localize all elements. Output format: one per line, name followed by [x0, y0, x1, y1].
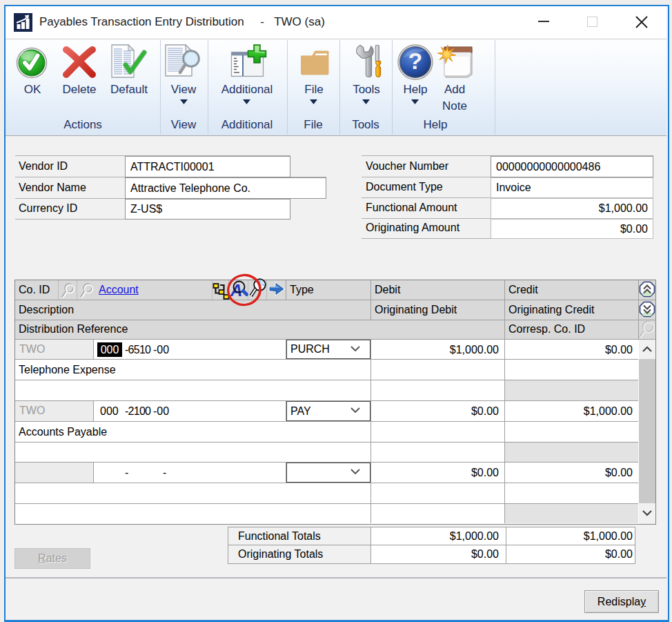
svg-text:?: ? [408, 48, 423, 74]
